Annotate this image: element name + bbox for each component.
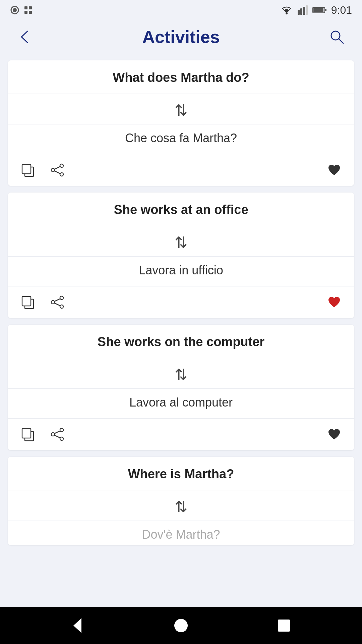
card-3-actions-left bbox=[18, 425, 67, 444]
nav-back-icon bbox=[69, 617, 87, 634]
copy-icon bbox=[20, 162, 36, 178]
wifi-icon bbox=[280, 5, 293, 15]
card-2-like-button[interactable] bbox=[324, 292, 344, 312]
card-3-english: She works on the computer bbox=[8, 325, 354, 358]
svg-line-22 bbox=[55, 171, 60, 174]
status-bar: 9:01 bbox=[0, 0, 362, 20]
card-2-translate-icon: ⇅ bbox=[8, 226, 354, 257]
svg-rect-2 bbox=[24, 6, 27, 9]
svg-line-35 bbox=[55, 431, 60, 434]
circle-status-icon bbox=[10, 5, 19, 15]
svg-rect-8 bbox=[300, 8, 302, 15]
svg-point-38 bbox=[174, 619, 188, 632]
card-3-share-button[interactable] bbox=[48, 425, 67, 444]
card-3-italian: Lavora al computer bbox=[8, 389, 354, 418]
nav-back-button[interactable] bbox=[69, 617, 87, 634]
card-1-english: What does Martha do? bbox=[8, 60, 354, 94]
svg-rect-13 bbox=[325, 9, 326, 11]
svg-rect-3 bbox=[29, 6, 32, 9]
svg-point-32 bbox=[60, 428, 63, 432]
svg-point-20 bbox=[60, 173, 63, 176]
svg-point-33 bbox=[51, 433, 55, 436]
svg-line-29 bbox=[55, 303, 60, 306]
svg-rect-24 bbox=[22, 297, 31, 306]
heart-icon bbox=[326, 162, 342, 178]
share-icon bbox=[50, 294, 65, 310]
card-1-copy-button[interactable] bbox=[18, 160, 38, 180]
card-4-english: Where is Martha? bbox=[8, 457, 354, 490]
svg-rect-4 bbox=[24, 11, 27, 14]
card-2-english: She works at an office bbox=[8, 193, 354, 226]
svg-point-6 bbox=[286, 12, 288, 14]
copy-icon bbox=[20, 427, 36, 442]
search-icon bbox=[328, 29, 345, 45]
card-1-like-button[interactable] bbox=[324, 160, 344, 180]
svg-rect-31 bbox=[22, 429, 31, 438]
status-bar-right: 9:01 bbox=[280, 4, 352, 16]
share-icon bbox=[50, 427, 65, 442]
heart-filled-icon bbox=[326, 294, 342, 310]
svg-line-21 bbox=[55, 167, 60, 169]
card-3-actions bbox=[8, 418, 354, 450]
card-4-translate-icon: ⇅ bbox=[8, 490, 354, 521]
svg-point-26 bbox=[51, 301, 55, 304]
svg-point-1 bbox=[13, 8, 17, 12]
nav-recents-button[interactable] bbox=[275, 617, 293, 634]
card-3: She works on the computer ⇅ Lavora al co… bbox=[8, 325, 354, 450]
card-1-italian: Che cosa fa Martha? bbox=[8, 124, 354, 154]
svg-line-15 bbox=[339, 39, 343, 43]
svg-rect-9 bbox=[303, 7, 305, 15]
back-arrow-icon bbox=[17, 29, 34, 45]
svg-rect-5 bbox=[29, 11, 32, 14]
search-button[interactable] bbox=[325, 25, 349, 49]
svg-point-34 bbox=[60, 437, 63, 440]
share-icon bbox=[50, 162, 65, 178]
card-3-translate-icon: ⇅ bbox=[8, 358, 354, 389]
nav-home-icon bbox=[172, 617, 190, 634]
card-1-translate-icon: ⇅ bbox=[8, 94, 354, 124]
svg-point-25 bbox=[60, 296, 63, 300]
svg-point-18 bbox=[60, 164, 63, 167]
card-4: Where is Martha? ⇅ Dov'è Martha? bbox=[8, 457, 354, 545]
svg-point-19 bbox=[51, 168, 55, 172]
card-1-actions-left bbox=[18, 160, 67, 180]
svg-point-27 bbox=[60, 305, 63, 308]
back-button[interactable] bbox=[13, 25, 37, 49]
card-2-copy-button[interactable] bbox=[18, 292, 38, 312]
svg-marker-37 bbox=[73, 618, 81, 633]
card-2-actions-left bbox=[18, 292, 67, 312]
page-title: Activities bbox=[142, 27, 220, 47]
grid-status-icon bbox=[23, 5, 33, 15]
card-1-share-button[interactable] bbox=[48, 160, 67, 180]
card-2-italian: Lavora in ufficio bbox=[8, 257, 354, 286]
card-1: What does Martha do? ⇅ Che cosa fa Marth… bbox=[8, 60, 354, 186]
copy-icon bbox=[20, 294, 36, 310]
svg-line-28 bbox=[55, 299, 60, 302]
card-3-copy-button[interactable] bbox=[18, 425, 38, 444]
nav-home-button[interactable] bbox=[172, 617, 190, 634]
card-3-like-button[interactable] bbox=[324, 425, 344, 444]
card-1-actions bbox=[8, 154, 354, 186]
signal-icon bbox=[298, 5, 308, 15]
card-2: She works at an office ⇅ Lavora in uffic… bbox=[8, 193, 354, 318]
cards-container: What does Martha do? ⇅ Che cosa fa Marth… bbox=[0, 54, 362, 607]
svg-rect-39 bbox=[278, 620, 290, 632]
status-bar-left bbox=[10, 5, 33, 15]
status-time: 9:01 bbox=[331, 4, 352, 16]
svg-line-36 bbox=[55, 435, 60, 438]
header: Activities bbox=[0, 20, 362, 54]
svg-rect-7 bbox=[298, 10, 300, 15]
nav-bar bbox=[0, 607, 362, 644]
svg-rect-10 bbox=[306, 5, 308, 15]
nav-recents-icon bbox=[275, 617, 293, 634]
card-2-actions bbox=[8, 286, 354, 318]
card-4-italian: Dov'è Martha? bbox=[8, 521, 354, 545]
heart-icon bbox=[326, 427, 342, 442]
card-2-share-button[interactable] bbox=[48, 292, 67, 312]
battery-icon bbox=[312, 6, 326, 14]
svg-rect-12 bbox=[313, 8, 323, 12]
svg-rect-17 bbox=[22, 164, 31, 174]
